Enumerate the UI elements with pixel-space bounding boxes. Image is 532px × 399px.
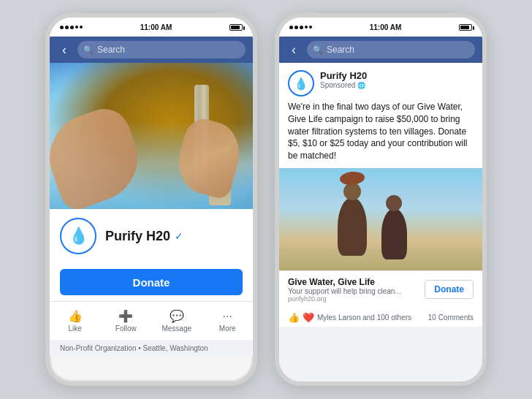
signal-dot (309, 26, 312, 28)
search-icon-right: 🔍 (313, 45, 323, 55)
like-action[interactable]: 👍 Like (50, 306, 101, 335)
post-link-bar: Give Water, Give Life Your support will … (279, 270, 482, 308)
more-label: More (219, 324, 236, 332)
search-bar-right[interactable]: 🔍 Search (307, 41, 475, 58)
message-label: Message (162, 324, 191, 332)
post-header: 💧 Purify H20 Sponsored 🌐 (279, 63, 482, 101)
donate-button[interactable]: Donate (60, 269, 243, 295)
heart-reaction: ❤️ (303, 312, 314, 323)
org-info: Non-Profit Organization • Seattle, Washi… (60, 344, 208, 352)
signal-dot (60, 26, 64, 29)
post-link-title[interactable]: Give Water, Give Life (288, 277, 425, 287)
fb-navbar-right: ‹ 🔍 Search (279, 37, 482, 63)
post-donate-button[interactable]: Donate (425, 280, 474, 299)
like-label: Like (69, 324, 82, 332)
post-body: We're in the final two days of our Give … (279, 101, 482, 168)
status-bar-right: 11:00 AM (279, 18, 482, 37)
profile-section: 💧 Purify H20 ✓ (50, 209, 253, 263)
post-meta: Purify H20 Sponsored 🌐 (320, 70, 474, 89)
profile-footer: Non-Profit Organization • Seattle, Washi… (50, 340, 253, 357)
post-org-icon: 💧 (294, 77, 308, 91)
post-card: 💧 Purify H20 Sponsored 🌐 We're in the fi… (279, 63, 482, 327)
signal-dot (75, 26, 78, 28)
signal-dots (60, 26, 83, 29)
verified-badge: ✓ (175, 230, 183, 242)
hero-image (50, 63, 253, 209)
signal-dot (294, 26, 298, 29)
donate-section: Donate (50, 263, 253, 301)
news-feed: 💧 Purify H20 Sponsored 🌐 We're in the fi… (279, 63, 482, 381)
reactions-count: Myles Larson and 100 others (317, 314, 411, 322)
back-button-right[interactable]: ‹ (286, 42, 301, 58)
signal-dot (70, 26, 74, 29)
more-icon: ··· (223, 310, 232, 323)
hands-right (171, 115, 246, 200)
battery-icon-right (459, 24, 472, 31)
phone-right: 11:00 AM ‹ 🔍 Search 💧 Pu (275, 13, 487, 386)
sponsored-label: Sponsored (320, 81, 355, 89)
signal-dot (65, 26, 69, 29)
time-display: 11:00 AM (140, 23, 172, 31)
profile-name: Purify H20 (105, 229, 170, 244)
post-image (279, 168, 482, 270)
reactions-left: 👍 ❤️ Myles Larson and 100 others (288, 312, 411, 323)
post-sponsored: Sponsored 🌐 (320, 81, 474, 89)
post-reactions: 👍 ❤️ Myles Larson and 100 others 10 Comm… (279, 308, 482, 327)
follow-label: Follow (115, 324, 137, 332)
globe-icon: 🌐 (357, 82, 365, 89)
water-scene (50, 63, 253, 209)
figure-2 (381, 208, 407, 259)
drop-icon: 💧 (69, 227, 88, 246)
post-org-name[interactable]: Purify H20 (320, 70, 474, 81)
avatar[interactable]: 💧 (60, 218, 96, 254)
battery-icon (229, 24, 243, 31)
like-icon: 👍 (68, 309, 83, 323)
post-link-url: purifyh20.org (288, 295, 425, 303)
post-link-desc: Your support will help bring clean... (288, 287, 425, 295)
signal-dots-right (289, 26, 312, 29)
post-link-info: Give Water, Give Life Your support will … (288, 277, 425, 303)
post-image-scene (279, 168, 482, 270)
message-action[interactable]: 💬 Message (151, 306, 202, 335)
fb-navbar-left: ‹ 🔍 Search (50, 37, 253, 63)
search-placeholder-right: Search (327, 45, 354, 55)
back-button[interactable]: ‹ (57, 42, 72, 58)
follow-action[interactable]: ➕ Follow (101, 306, 152, 335)
search-placeholder: Search (97, 45, 125, 55)
time-display-right: 11:00 AM (370, 23, 402, 31)
profile-name-wrap: Purify H20 ✓ (105, 229, 183, 244)
figure-1 (338, 197, 367, 256)
hands-left (50, 102, 150, 209)
message-icon: 💬 (170, 309, 184, 323)
search-bar[interactable]: 🔍 Search (77, 41, 246, 58)
like-reaction: 👍 (288, 312, 300, 323)
signal-dot (80, 26, 83, 28)
post-avatar[interactable]: 💧 (288, 70, 314, 96)
signal-dot (289, 26, 293, 29)
status-bar-left: 11:00 AM (50, 18, 253, 37)
road-decoration (279, 248, 482, 270)
sky-decoration (279, 168, 482, 205)
actions-bar: 👍 Like ➕ Follow 💬 Message ··· More (50, 301, 253, 340)
comments-count: 10 Comments (428, 314, 474, 322)
signal-dot (300, 26, 303, 29)
search-icon: 🔍 (83, 45, 94, 55)
more-action[interactable]: ··· More (202, 307, 254, 335)
phone-left: 11:00 AM ‹ 🔍 Search 💧 (45, 13, 257, 386)
signal-dot (305, 26, 308, 28)
follow-icon: ➕ (118, 309, 133, 323)
